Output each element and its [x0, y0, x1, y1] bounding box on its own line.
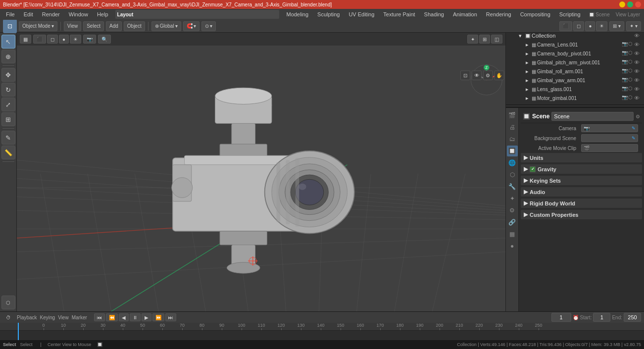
- select-menu[interactable]: Select: [83, 21, 104, 31]
- measure-tool[interactable]: 📏: [1, 146, 15, 159]
- xray-toggle[interactable]: ◫: [491, 35, 502, 44]
- wireframe-mode[interactable]: ◻: [573, 21, 584, 31]
- cursor-tool[interactable]: ⊕: [1, 50, 15, 63]
- add-menu[interactable]: Add: [106, 21, 122, 31]
- material-shading[interactable]: ●: [59, 35, 69, 44]
- obj-gimbal-yaw-visibility[interactable]: 👁: [633, 77, 640, 84]
- view-label[interactable]: View: [58, 315, 69, 320]
- start-frame-input[interactable]: [593, 313, 610, 322]
- props-material-icon[interactable]: ●: [507, 241, 518, 251]
- object-mode-dropdown[interactable]: Object Mode ▾: [19, 21, 57, 31]
- audio-header[interactable]: ▶ Audio: [521, 187, 642, 197]
- menu-file[interactable]: File: [2, 10, 19, 18]
- move-tool[interactable]: ✥: [1, 68, 15, 82]
- workspace-layout[interactable]: Layout: [117, 12, 134, 17]
- menu-compositing[interactable]: Compositing: [516, 10, 554, 18]
- viewport[interactable]: ▦ ⬛ ◻ ● ☀ 📷 🔍 ✦ ⊞ ◫ User Perspective (1)…: [17, 33, 505, 311]
- editor-type[interactable]: ▦: [20, 35, 31, 44]
- active-movie-clip-value[interactable]: 🎬: [581, 144, 638, 152]
- marker-label[interactable]: Marker: [72, 315, 87, 320]
- playback-label[interactable]: Playback: [17, 315, 37, 320]
- obj-camera-body[interactable]: ▸ ▦ Camera_body_pivot.001 📷 ⬡ 👁: [508, 49, 642, 58]
- wireframe-shading[interactable]: ◻: [47, 35, 58, 44]
- solid-mode[interactable]: ⬛: [559, 21, 572, 31]
- jump-start[interactable]: ⏮: [94, 313, 105, 321]
- collection-visibility[interactable]: 👁: [633, 32, 640, 39]
- props-render-icon[interactable]: 🎬: [507, 110, 518, 121]
- gravity-checkbox[interactable]: ✓: [530, 166, 536, 172]
- props-physics-icon[interactable]: ⚙: [507, 205, 518, 216]
- transform-gizmo[interactable]: ⬡: [1, 296, 15, 309]
- obj-gimbal-pitch-visibility[interactable]: 👁: [633, 59, 640, 66]
- obj-camera-lens[interactable]: ▸ ▦ Camera_Lens.001 📷 ⬡ 👁: [508, 40, 642, 49]
- select-tool[interactable]: ↖: [1, 35, 15, 49]
- snap-toggle[interactable]: 🧲 ▾: [183, 21, 199, 31]
- custom-properties-header[interactable]: ▶ Custom Properties: [521, 210, 642, 219]
- obj-camera-lens-hide[interactable]: ⬡: [628, 41, 633, 48]
- scene-settings-icon[interactable]: ⚙: [636, 114, 640, 119]
- menu-uv-editing[interactable]: UV Editing: [345, 10, 378, 18]
- play-back[interactable]: ◀: [119, 313, 129, 321]
- play-fwd[interactable]: ▶: [142, 313, 151, 321]
- menu-help[interactable]: Help: [93, 10, 112, 18]
- end-frame-input[interactable]: [624, 313, 641, 322]
- obj-lens-glass[interactable]: ▸ ▦ Lens_glass.001 📷 ⬡ 👁: [508, 85, 642, 94]
- maximize-button[interactable]: [627, 1, 633, 7]
- show-gizmo[interactable]: ✦: [467, 35, 478, 44]
- obj-gimbal-yaw[interactable]: ▸ ▦ Gimbal_yaw_arm.001 📷 ⬡ 👁: [508, 76, 642, 85]
- menu-modeling[interactable]: Modeling: [282, 10, 312, 18]
- current-frame-input[interactable]: [551, 313, 571, 322]
- view-menu[interactable]: View: [64, 21, 82, 31]
- viewport-canvas[interactable]: X Y Z ⊡ 👁 ⚙ ✋: [17, 46, 505, 311]
- transform-dropdown[interactable]: ⊕ Global ▾: [151, 21, 181, 31]
- props-object-icon[interactable]: ⬡: [507, 169, 518, 180]
- props-view-layer-icon[interactable]: 🗂: [507, 134, 518, 145]
- step-fwd[interactable]: ⏩: [152, 313, 164, 321]
- obj-gimbal-roll[interactable]: ▸ ▦ Gimbal_roll_arm.001 📷 ⬡ 👁: [508, 67, 642, 76]
- solid-shading[interactable]: ⬛: [33, 35, 46, 44]
- scene-name-input[interactable]: [551, 112, 634, 121]
- transform-tool[interactable]: ⊞: [1, 112, 15, 126]
- obj-gimbal-roll-visibility[interactable]: 👁: [633, 68, 640, 75]
- obj-motor-gimbal[interactable]: ▸ ▦ Motor_gimbal.001 📷 ⬡ 👁: [508, 94, 642, 102]
- camera-edit-icon[interactable]: ✎: [632, 126, 636, 131]
- menu-shading[interactable]: Shading: [420, 10, 448, 18]
- menu-window[interactable]: Window: [65, 10, 92, 18]
- show-overlays[interactable]: ⊞: [479, 35, 490, 44]
- props-data-icon[interactable]: ▦: [507, 229, 518, 240]
- annotate-tool[interactable]: ✎: [1, 131, 15, 145]
- overlay-toggle[interactable]: ⊞ ▾: [609, 21, 624, 31]
- gravity-header[interactable]: ▶ ✓ Gravity: [521, 164, 642, 174]
- timeline-track[interactable]: [0, 331, 644, 341]
- timeline-editor-type[interactable]: ⏱: [3, 312, 14, 323]
- proportional-edit[interactable]: ⊙ ▾: [201, 21, 216, 31]
- close-button[interactable]: [635, 1, 641, 7]
- minimize-button[interactable]: [619, 1, 625, 7]
- background-scene-value[interactable]: ✎: [581, 134, 638, 142]
- stop[interactable]: ⏸: [130, 313, 141, 321]
- props-scene-icon[interactable]: 🔲: [507, 146, 518, 156]
- rigid-body-header[interactable]: ▶ Rigid Body World: [521, 199, 642, 208]
- rendered-mode[interactable]: ☀: [596, 21, 607, 31]
- material-mode[interactable]: ●: [585, 21, 595, 31]
- menu-edit[interactable]: Edit: [20, 10, 37, 18]
- obj-lens-glass-visibility[interactable]: 👁: [633, 86, 640, 93]
- viewport-camera[interactable]: 📷: [83, 35, 96, 44]
- jump-end[interactable]: ⏭: [165, 313, 176, 321]
- menu-rendering[interactable]: Rendering: [482, 10, 515, 18]
- keying-sets-header[interactable]: ▶ Keying Sets: [521, 176, 642, 185]
- units-header[interactable]: ▶ Units: [521, 153, 642, 162]
- obj-motor-visibility[interactable]: 👁: [633, 95, 640, 101]
- menu-texture-paint[interactable]: Texture Paint: [379, 10, 419, 18]
- viewport-display[interactable]: 🔍: [98, 35, 111, 44]
- bg-scene-edit-icon[interactable]: ✎: [632, 136, 636, 141]
- step-back[interactable]: ⏪: [106, 313, 118, 321]
- rotate-tool[interactable]: ↻: [1, 83, 15, 97]
- props-modifiers-icon[interactable]: 🔧: [507, 181, 518, 192]
- gizmo-toggle[interactable]: ✦ ▾: [626, 21, 641, 31]
- keying-label[interactable]: Keying: [40, 315, 55, 320]
- scale-tool[interactable]: ⤢: [1, 98, 15, 111]
- menu-animation[interactable]: Animation: [449, 10, 481, 18]
- props-particles-icon[interactable]: ✦: [507, 193, 518, 204]
- props-world-icon[interactable]: 🌐: [507, 157, 518, 168]
